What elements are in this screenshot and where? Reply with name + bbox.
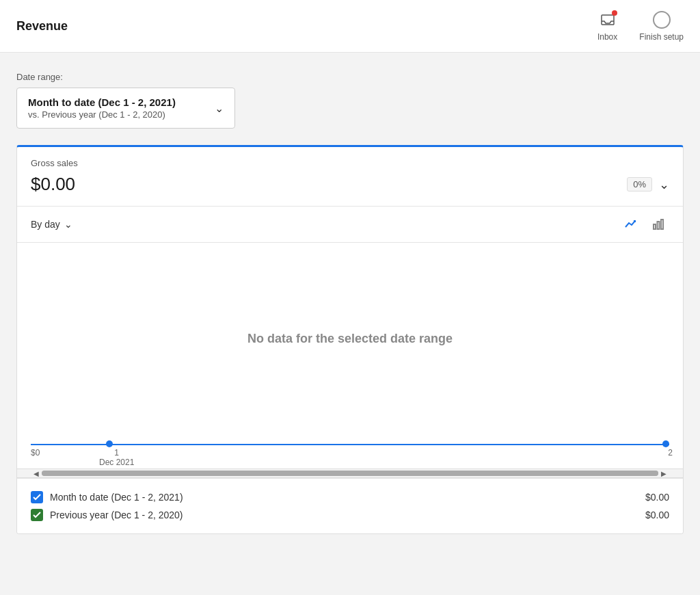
legend-item-0: Month to date (Dec 1 - 2, 2021) $0.00 (31, 488, 669, 506)
header: Revenue Inbox Finish setup (0, 0, 700, 53)
percent-badge: 0% (627, 177, 652, 191)
x-axis: $0 1 Dec 2021 2 (17, 434, 683, 468)
by-day-label: By day (31, 219, 60, 230)
gross-sales-row: $0.00 0% ⌄ (31, 174, 669, 195)
finish-setup-button[interactable]: Finish setup (639, 10, 684, 42)
main-content: Date range: Month to date (Dec 1 - 2, 20… (0, 53, 700, 551)
x-label-mid-num: 1 (99, 448, 134, 458)
legend-checkbox-1[interactable] (31, 509, 43, 521)
page-title: Revenue (16, 19, 68, 34)
legend-item-1: Previous year (Dec 1 - 2, 2020) $0.00 (31, 506, 669, 524)
header-actions: Inbox Finish setup (597, 10, 684, 42)
scroll-right-button[interactable]: ▶ (658, 470, 669, 477)
x-label-start: $0 (31, 448, 40, 458)
bar-chart-button[interactable] (647, 213, 669, 235)
gross-sales-section: Gross sales $0.00 0% ⌄ (17, 147, 683, 207)
checkmark-icon-1 (33, 511, 41, 519)
date-range-label: Date range: (16, 72, 684, 82)
date-range-selector[interactable]: Month to date (Dec 1 - 2, 2021) vs. Prev… (16, 88, 235, 129)
inbox-label: Inbox (597, 32, 617, 42)
date-range-sub-text: vs. Previous year (Dec 1 - 2, 2020) (28, 109, 176, 120)
svg-rect-1 (654, 224, 656, 229)
date-range-text: Month to date (Dec 1 - 2, 2021) vs. Prev… (28, 96, 176, 120)
bar-chart-icon (651, 217, 665, 231)
scrollbar-container: ◀ ▶ (17, 468, 683, 478)
finish-setup-label: Finish setup (639, 32, 684, 42)
expand-icon[interactable]: ⌄ (659, 177, 669, 192)
revenue-card: Gross sales $0.00 0% ⌄ By day ⌄ (16, 145, 684, 534)
chart-area: No data for the selected date range (17, 243, 683, 434)
gross-sales-label: Gross sales (31, 158, 669, 168)
by-day-chevron-icon: ⌄ (64, 219, 72, 230)
legend-left-0: Month to date (Dec 1 - 2, 2021) (31, 491, 183, 503)
chevron-down-icon: ⌄ (215, 102, 224, 115)
x-label-mid: 1 Dec 2021 (99, 448, 134, 467)
line-chart-icon (624, 217, 638, 231)
legend-value-0: $0.00 (645, 492, 669, 503)
legend-checkbox-0[interactable] (31, 491, 43, 503)
x-label-end: 2 (668, 448, 673, 458)
checkmark-icon-0 (33, 493, 41, 501)
x-label-mid-sub: Dec 2021 (99, 458, 134, 467)
legend-left-1: Previous year (Dec 1 - 2, 2020) (31, 509, 183, 521)
chart-type-icons (620, 213, 669, 235)
chart-controls-row: By day ⌄ (17, 207, 683, 243)
scrollbar-track[interactable] (42, 471, 658, 476)
x-axis-line (31, 444, 669, 445)
svg-rect-3 (661, 220, 663, 229)
x-axis-dot-left (106, 440, 113, 447)
inbox-button[interactable]: Inbox (597, 10, 617, 42)
gross-sales-right: 0% ⌄ (627, 177, 669, 192)
legend-label-1: Previous year (Dec 1 - 2, 2020) (50, 510, 183, 520)
no-data-message: No data for the selected date range (247, 332, 453, 346)
legend-value-1: $0.00 (645, 510, 669, 520)
x-axis-dot-right (662, 440, 669, 447)
scroll-left-button[interactable]: ◀ (31, 470, 42, 477)
gross-sales-value: $0.00 (31, 174, 75, 195)
line-chart-button[interactable] (620, 213, 642, 235)
by-day-selector[interactable]: By day ⌄ (31, 219, 72, 230)
finish-setup-icon-wrap (652, 10, 671, 29)
inbox-icon-wrap (598, 10, 617, 29)
legend-label-0: Month to date (Dec 1 - 2, 2021) (50, 492, 183, 503)
date-range-main-text: Month to date (Dec 1 - 2, 2021) (28, 96, 176, 108)
finish-setup-icon (653, 11, 671, 29)
scrollbar-thumb[interactable] (42, 471, 658, 476)
svg-rect-2 (658, 222, 660, 229)
notification-dot (612, 10, 617, 16)
legend-section: Month to date (Dec 1 - 2, 2021) $0.00 Pr… (17, 478, 683, 533)
